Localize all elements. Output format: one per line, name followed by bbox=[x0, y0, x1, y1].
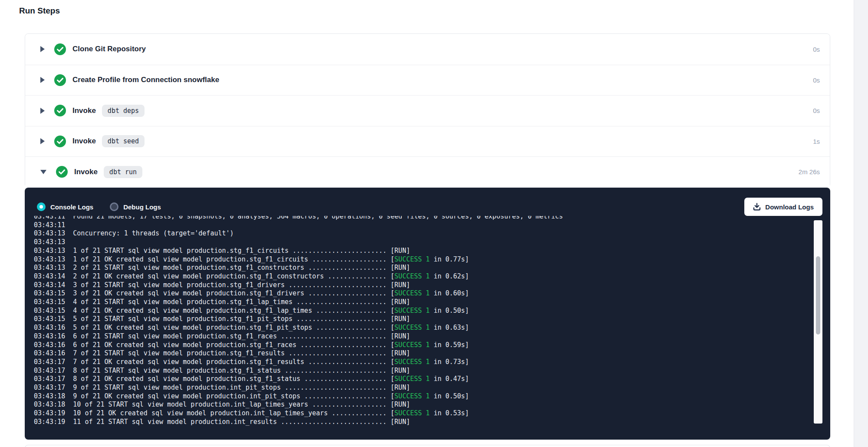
step-duration: 0s bbox=[813, 46, 820, 53]
log-line: 03:43:19 10 of 21 OK created sql view mo… bbox=[34, 409, 812, 418]
log-line: 03:43:18 9 of 21 OK created sql view mod… bbox=[34, 392, 812, 401]
expand-caret-icon[interactable] bbox=[40, 77, 45, 83]
radio-selected-icon[interactable] bbox=[37, 202, 46, 211]
step-duration: 0s bbox=[813, 76, 820, 84]
log-line: 03:43:15 4 of 21 START sql view model pr… bbox=[34, 298, 812, 307]
expand-caret-icon[interactable] bbox=[40, 108, 45, 114]
log-scrollbar-track[interactable] bbox=[814, 220, 822, 424]
success-check-icon bbox=[54, 136, 66, 147]
log-line: 03:43:15 3 of 21 OK created sql view mod… bbox=[34, 289, 812, 298]
download-logs-label: Download Logs bbox=[765, 203, 814, 211]
log-line: 03:43:14 2 of 21 OK created sql view mod… bbox=[34, 272, 812, 281]
run-steps-list: Clone Git Repository 0s Create Profile f… bbox=[25, 33, 830, 188]
log-line: 03:43:16 7 of 21 START sql view model pr… bbox=[34, 349, 812, 358]
page-scroll-gutter[interactable] bbox=[854, 0, 868, 447]
log-line: 03:43:14 3 of 21 START sql view model pr… bbox=[34, 281, 812, 290]
success-check-icon bbox=[54, 105, 66, 116]
log-content: 03:43:11 Found 21 models, 17 tests, 0 sn… bbox=[34, 216, 812, 427]
log-line: 03:43:17 7 of 21 OK created sql view mod… bbox=[34, 358, 812, 367]
log-line: 03:43:13 Concurrency: 1 threads (target=… bbox=[34, 229, 812, 238]
run-step-row[interactable]: Invoke dbt run 2m 26s bbox=[25, 156, 830, 187]
run-step-row[interactable]: Invoke dbt deps 0s bbox=[25, 95, 830, 126]
step-label: Invoke bbox=[74, 168, 98, 176]
step-command-badge: dbt deps bbox=[102, 105, 145, 117]
run-step-row[interactable]: Create Profile from Connection snowflake… bbox=[25, 65, 830, 96]
log-line: 03:43:16 6 of 21 START sql view model pr… bbox=[34, 332, 812, 341]
success-check-icon bbox=[56, 166, 68, 178]
log-line: 03:43:18 10 of 21 START sql view model p… bbox=[34, 401, 812, 409]
step-label: Create Profile from Connection snowflake bbox=[72, 76, 219, 84]
log-line: 03:43:17 8 of 21 START sql view model pr… bbox=[34, 367, 812, 375]
debug-logs-radio-label[interactable]: Debug Logs bbox=[123, 203, 161, 211]
log-line: 03:43:17 9 of 21 START sql view model pr… bbox=[34, 384, 812, 392]
log-line: 03:43:19 11 of 21 START sql view model p… bbox=[34, 418, 812, 427]
log-line: 03:43:11 bbox=[34, 221, 812, 230]
log-line: 03:43:13 1 of 21 OK created sql view mod… bbox=[34, 255, 812, 264]
success-check-icon bbox=[54, 43, 66, 55]
expand-caret-icon[interactable] bbox=[40, 46, 45, 52]
log-line: 03:43:17 8 of 21 OK created sql view mod… bbox=[34, 375, 812, 384]
log-line: 03:43:11 Found 21 models, 17 tests, 0 sn… bbox=[34, 216, 812, 221]
step-duration: 0s bbox=[813, 107, 820, 114]
success-check-icon bbox=[54, 74, 66, 86]
step-duration: 2m 26s bbox=[799, 168, 820, 175]
step-label: Invoke bbox=[72, 106, 96, 115]
step-command-badge: dbt run bbox=[104, 166, 142, 178]
log-line: 03:43:16 5 of 21 OK created sql view mod… bbox=[34, 324, 812, 332]
log-line: 03:43:15 5 of 21 START sql view model pr… bbox=[34, 315, 812, 324]
console-logs-radio-label[interactable]: Console Logs bbox=[50, 203, 93, 211]
page-title: Run Steps bbox=[19, 6, 60, 16]
log-line: 03:43:13 2 of 21 START sql view model pr… bbox=[34, 264, 812, 272]
expand-caret-icon[interactable] bbox=[40, 170, 46, 174]
console-logs-radio[interactable]: Console Logs bbox=[37, 202, 93, 211]
step-command-badge: dbt seed bbox=[102, 135, 145, 147]
log-output-region[interactable]: 03:43:11 Found 21 models, 17 tests, 0 sn… bbox=[34, 216, 812, 436]
expand-caret-icon[interactable] bbox=[40, 138, 45, 144]
log-line: 03:43:16 6 of 21 OK created sql view mod… bbox=[34, 341, 812, 350]
step-label: Invoke bbox=[72, 137, 96, 146]
next-step-card-edge bbox=[25, 445, 830, 447]
debug-logs-radio[interactable]: Debug Logs bbox=[110, 202, 161, 211]
log-line: 03:43:13 bbox=[34, 238, 812, 247]
download-icon bbox=[753, 203, 761, 211]
log-line: 03:43:13 1 of 21 START sql view model pr… bbox=[34, 247, 812, 255]
download-logs-button[interactable]: Download Logs bbox=[744, 198, 822, 216]
log-line: 03:43:15 4 of 21 OK created sql view mod… bbox=[34, 307, 812, 315]
step-label: Clone Git Repository bbox=[72, 45, 146, 53]
log-scrollbar-thumb[interactable] bbox=[816, 256, 820, 334]
radio-unselected-icon[interactable] bbox=[110, 202, 118, 211]
step-duration: 1s bbox=[813, 138, 820, 145]
console-logs-panel: Console Logs Debug Logs Download Logs 03… bbox=[25, 188, 830, 440]
run-step-row[interactable]: Clone Git Repository 0s bbox=[25, 34, 830, 65]
run-step-row[interactable]: Invoke dbt seed 1s bbox=[25, 126, 830, 157]
